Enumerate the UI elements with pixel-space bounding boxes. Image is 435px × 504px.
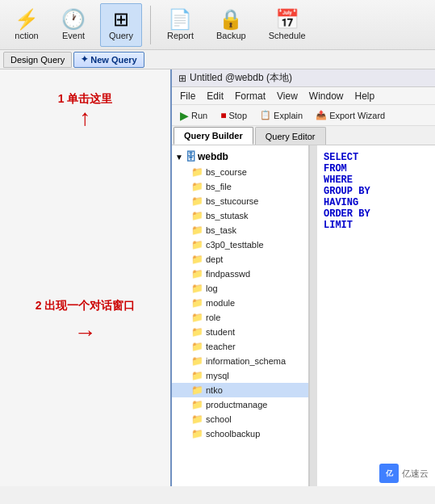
tree-item[interactable]: 📁schoolbackup <box>172 426 308 441</box>
backup-label: Backup <box>216 31 246 40</box>
tab-row: Design Query ✦ New Query <box>0 50 435 69</box>
table-icon: 📁 <box>191 239 203 250</box>
sql-keyword: HAVING <box>324 197 358 208</box>
tree-item[interactable]: 📁teacher <box>172 339 308 354</box>
tree-item[interactable]: 📁log <box>172 281 308 296</box>
content-split: ▼ 🗄 webdb 📁bs_course📁bs_file📁bs_stucours… <box>172 145 435 486</box>
sub-toolbar: ▶ Run ■ Stop 📋 Explain 📤 Export Wizard <box>172 105 435 126</box>
sql-keyword: LIMIT <box>324 220 353 231</box>
sql-keyword: WHERE <box>324 174 353 186</box>
tree-area[interactable]: ▼ 🗄 webdb 📁bs_course📁bs_file📁bs_stucours… <box>172 145 309 486</box>
toolbar-backup[interactable]: 🔒 Backup <box>208 3 254 47</box>
schedule-label: Schedule <box>269 31 306 40</box>
menu-window[interactable]: Window <box>304 89 349 103</box>
db-name: webdb <box>198 151 228 162</box>
table-name: log <box>206 284 218 293</box>
table-icon: 📁 <box>191 399 203 410</box>
main-layout: 1 单击这里 ↑ 2 出现一个对话窗口 → ⊞ Untitled @webdb … <box>0 69 435 486</box>
tree-item[interactable]: 📁role <box>172 310 308 325</box>
stop-icon: ■ <box>220 110 226 121</box>
table-icon: 📁 <box>191 370 203 381</box>
table-icon: 📁 <box>191 326 203 338</box>
tree-item[interactable]: 📁bs_stucourse <box>172 194 308 208</box>
query-editor-tab[interactable]: Query Editor <box>255 127 326 145</box>
run-icon: ▶ <box>180 109 189 122</box>
tree-item[interactable]: 📁bs_file <box>172 179 308 194</box>
explain-icon: 📋 <box>260 110 271 120</box>
tree-item[interactable]: 📁dept <box>172 252 308 267</box>
new-query-button[interactable]: ✦ New Query <box>73 52 144 68</box>
tree-item[interactable]: 📁productmanage <box>172 397 308 412</box>
table-name: bs_file <box>206 182 232 191</box>
schedule-icon: 📅 <box>275 10 299 29</box>
table-icon: 📁 <box>191 355 203 367</box>
sql-line: GROUP BY <box>324 186 429 197</box>
table-icon: 📁 <box>191 254 203 265</box>
tree-item[interactable]: 📁findpasswd <box>172 267 308 281</box>
toolbar-event[interactable]: 🕐 Event <box>53 3 94 47</box>
query-icon: ⊞ <box>113 10 129 29</box>
query-builder-label: Query Builder <box>184 131 243 141</box>
function-label: nction <box>15 31 38 40</box>
sql-line: ORDER BY <box>324 208 429 220</box>
tree-root[interactable]: ▼ 🗄 webdb <box>172 149 308 165</box>
toolbar-schedule[interactable]: 📅 Schedule <box>261 3 314 47</box>
explain-button[interactable]: 📋 Explain <box>255 108 307 122</box>
table-icon: 📁 <box>191 166 203 178</box>
report-label: Report <box>167 31 194 40</box>
query-builder-tab[interactable]: Query Builder <box>174 127 253 145</box>
stop-label: Stop <box>228 111 247 120</box>
tree-item[interactable]: 📁bs_course <box>172 165 308 179</box>
stop-button[interactable]: ■ Stop <box>215 108 252 123</box>
run-button[interactable]: ▶ Run <box>175 107 212 124</box>
window-title-text: Untitled @webdb (本地) <box>190 71 292 85</box>
table-name: student <box>206 327 235 337</box>
table-name: role <box>206 313 220 322</box>
toolbar-function[interactable]: ⚡ nction <box>6 3 47 47</box>
right-arrow-icon: → <box>74 320 97 346</box>
sql-line: LIMIT <box>324 220 429 231</box>
toolbar-report[interactable]: 📄 Report <box>159 3 202 47</box>
tree-item[interactable]: 📁bs_task <box>172 223 308 237</box>
new-query-label: New Query <box>90 55 136 65</box>
watermark-logo: 亿 <box>379 464 399 483</box>
table-icon: 📁 <box>191 312 203 323</box>
table-name: teacher <box>206 342 236 351</box>
event-icon: 🕐 <box>61 10 86 29</box>
table-name: bs_stucourse <box>206 196 258 206</box>
table-icon: 📁 <box>191 428 203 439</box>
table-name: c3p0_testtable <box>206 240 264 250</box>
table-icon: 📁 <box>191 384 203 396</box>
query-label: Query <box>109 31 133 40</box>
sql-line: FROM <box>324 163 429 174</box>
export-button[interactable]: 📤 Export Wizard <box>311 108 390 122</box>
tree-item[interactable]: 📁school <box>172 412 308 426</box>
menu-help[interactable]: Help <box>350 89 380 103</box>
sql-keyword: SELECT <box>324 152 358 163</box>
tree-item[interactable]: 📁bs_stutask <box>172 208 308 223</box>
tree-item[interactable]: 📁ntko <box>172 383 308 397</box>
tree-item[interactable]: 📁c3p0_testtable <box>172 237 308 252</box>
up-arrow-icon: ↑ <box>80 107 91 129</box>
menu-view[interactable]: View <box>272 89 303 103</box>
tree-item[interactable]: 📁mysql <box>172 368 308 383</box>
tree-item[interactable]: 📁module <box>172 296 308 310</box>
expand-icon: ▼ <box>175 153 183 162</box>
tree-item[interactable]: 📁information_schema <box>172 354 308 368</box>
backup-icon: 🔒 <box>219 10 243 29</box>
explain-label: Explain <box>274 111 303 120</box>
tree-item[interactable]: 📁student <box>172 325 308 339</box>
table-icon: 📁 <box>191 268 203 279</box>
design-query-tab[interactable]: Design Query <box>3 52 72 68</box>
table-icon: 📁 <box>191 210 203 221</box>
table-name: bs_course <box>206 167 247 177</box>
menu-edit[interactable]: Edit <box>202 89 228 103</box>
function-icon: ⚡ <box>15 10 39 29</box>
watermark-text: 亿速云 <box>402 468 429 480</box>
menu-file[interactable]: File <box>175 89 200 103</box>
scrollbar[interactable] <box>309 145 317 486</box>
toolbar-query[interactable]: ⊞ Query <box>100 3 142 47</box>
sql-line: SELECT <box>324 152 429 163</box>
menu-format[interactable]: Format <box>230 89 270 103</box>
table-name: productmanage <box>206 400 267 410</box>
